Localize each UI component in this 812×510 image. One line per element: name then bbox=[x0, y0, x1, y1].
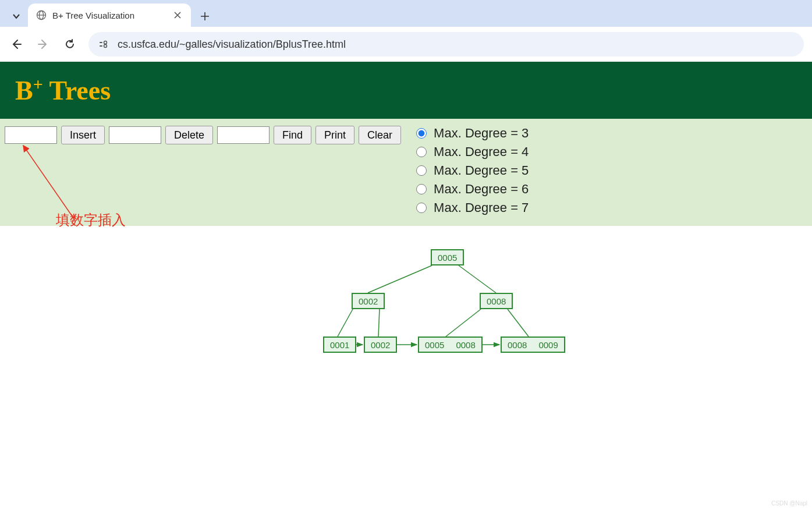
nav-bar: cs.usfca.edu/~galles/visualization/Bplus… bbox=[0, 27, 812, 62]
annotation-arrow bbox=[6, 140, 122, 233]
svg-line-11 bbox=[378, 309, 380, 337]
globe-icon bbox=[36, 10, 47, 20]
degree-radio-6[interactable] bbox=[416, 184, 427, 194]
reload-button[interactable] bbox=[62, 36, 78, 52]
node-key: 0005 bbox=[425, 340, 444, 350]
address-bar[interactable]: cs.usfca.edu/~galles/visualization/Bplus… bbox=[88, 32, 804, 56]
delete-input[interactable] bbox=[109, 126, 161, 144]
tab-bar: B+ Tree Visualization bbox=[0, 0, 812, 27]
tree-leaf-node: 0008 0009 bbox=[501, 337, 565, 353]
degree-label: Max. Degree = 5 bbox=[434, 163, 529, 178]
degree-option-6[interactable]: Max. Degree = 6 bbox=[416, 182, 529, 197]
svg-line-10 bbox=[338, 309, 353, 337]
plus-icon bbox=[200, 12, 210, 21]
svg-line-7 bbox=[23, 146, 76, 221]
svg-rect-3 bbox=[100, 42, 102, 43]
degree-label: Max. Degree = 7 bbox=[434, 200, 529, 215]
degree-radio-7[interactable] bbox=[416, 203, 427, 213]
forward-button[interactable] bbox=[35, 36, 51, 52]
svg-point-6 bbox=[104, 45, 107, 48]
find-button[interactable]: Find bbox=[274, 126, 311, 144]
degree-option-7[interactable]: Max. Degree = 7 bbox=[416, 200, 529, 215]
print-button[interactable]: Print bbox=[315, 126, 354, 144]
arrow-left-icon bbox=[10, 38, 22, 50]
degree-label: Max. Degree = 3 bbox=[434, 126, 529, 141]
close-icon bbox=[174, 12, 181, 19]
tree-leaf-node: 0002 bbox=[364, 337, 397, 353]
node-key: 0008 bbox=[508, 340, 527, 350]
site-settings-icon[interactable] bbox=[98, 38, 109, 50]
node-key: 0008 bbox=[487, 296, 506, 306]
node-key: 0009 bbox=[538, 340, 558, 350]
controls-left: Insert Delete Find Print Clear bbox=[5, 126, 401, 144]
node-key: 0008 bbox=[456, 340, 475, 350]
back-button[interactable] bbox=[8, 36, 24, 52]
degree-option-3[interactable]: Max. Degree = 3 bbox=[416, 126, 529, 141]
degree-label: Max. Degree = 6 bbox=[434, 182, 529, 197]
node-key: 0002 bbox=[371, 340, 390, 350]
tree-root-node: 0005 bbox=[431, 249, 464, 265]
find-input[interactable] bbox=[217, 126, 270, 144]
insert-button[interactable]: Insert bbox=[61, 126, 105, 144]
url-text: cs.usfca.edu/~galles/visualization/Bplus… bbox=[118, 38, 346, 51]
new-tab-button[interactable] bbox=[194, 6, 215, 27]
degree-radio-group: Max. Degree = 3 Max. Degree = 4 Max. Deg… bbox=[416, 126, 529, 215]
controls-panel: Insert Delete Find Print Clear Max. Degr… bbox=[0, 119, 812, 226]
tree-leaf-node: 0005 0008 bbox=[418, 337, 483, 353]
chevron-down-icon bbox=[12, 12, 20, 20]
svg-line-12 bbox=[446, 309, 481, 337]
tree-edges bbox=[0, 249, 582, 395]
degree-radio-3[interactable] bbox=[416, 128, 427, 139]
browser-chrome: B+ Tree Visualization cs.usfca.edu/~gall… bbox=[0, 0, 812, 62]
degree-option-4[interactable]: Max. Degree = 4 bbox=[416, 144, 529, 160]
delete-button[interactable]: Delete bbox=[165, 126, 213, 144]
node-key: 0005 bbox=[438, 253, 457, 263]
page-header: B+ Trees bbox=[0, 62, 812, 119]
tree-internal-node: 0008 bbox=[480, 293, 513, 309]
node-key: 0002 bbox=[359, 296, 378, 306]
browser-tab-active[interactable]: B+ Tree Visualization bbox=[28, 3, 191, 27]
degree-radio-4[interactable] bbox=[416, 147, 427, 157]
tab-close-button[interactable] bbox=[172, 10, 183, 20]
reload-icon bbox=[64, 38, 76, 50]
page-title: B+ Trees bbox=[15, 75, 797, 106]
svg-line-8 bbox=[368, 265, 432, 293]
arrow-right-icon bbox=[37, 38, 49, 50]
tab-search-dropdown[interactable] bbox=[5, 6, 28, 27]
clear-button[interactable]: Clear bbox=[359, 126, 401, 144]
tree-leaf-node: 0001 bbox=[323, 337, 356, 353]
annotation-text: 填数字插入 bbox=[56, 211, 126, 229]
degree-label: Max. Degree = 4 bbox=[434, 144, 529, 160]
insert-input[interactable] bbox=[5, 126, 57, 144]
node-key: 0001 bbox=[330, 340, 349, 350]
svg-point-5 bbox=[104, 41, 107, 44]
tree-internal-node: 0002 bbox=[352, 293, 385, 309]
degree-radio-5[interactable] bbox=[416, 165, 427, 176]
svg-line-9 bbox=[459, 265, 496, 293]
svg-line-13 bbox=[508, 309, 529, 337]
tab-title: B+ Tree Visualization bbox=[52, 10, 166, 20]
degree-option-5[interactable]: Max. Degree = 5 bbox=[416, 163, 529, 178]
tree-visualization: 0005 0002 0008 0001 0002 0005 0008 0008 … bbox=[0, 249, 812, 395]
svg-rect-4 bbox=[100, 45, 102, 47]
